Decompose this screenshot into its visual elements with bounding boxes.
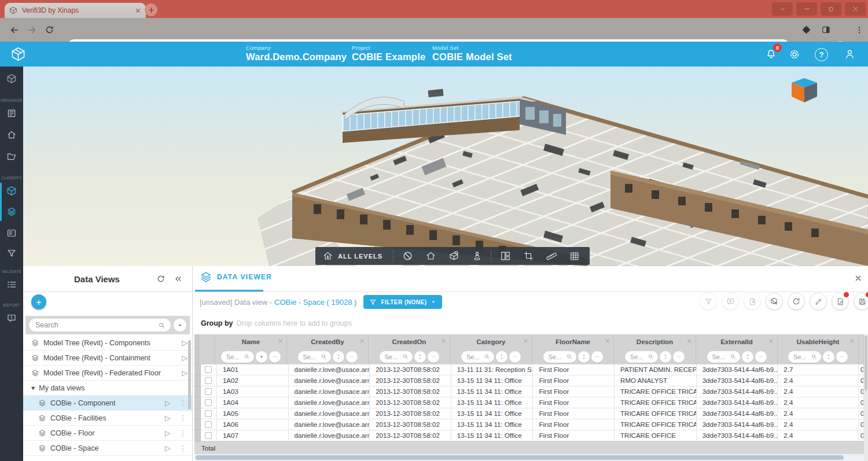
table-row[interactable]: 1A01 danielle.r.love@usace.arm... 2013-1…: [194, 364, 864, 375]
project-value[interactable]: COBIE Example: [352, 51, 425, 62]
search-input[interactable]: [34, 320, 158, 330]
window-close-button[interactable]: [845, 2, 866, 16]
reload-button[interactable]: [41, 21, 58, 39]
play-icon[interactable]: ▷: [165, 414, 171, 422]
edit-pencil-icon[interactable]: [810, 293, 827, 310]
section-box-icon[interactable]: [442, 247, 465, 265]
more-menu-icon[interactable]: ⋮: [179, 444, 187, 452]
refresh-table-icon[interactable]: [788, 293, 805, 310]
row-checkbox[interactable]: [205, 366, 212, 373]
select-in-model-icon[interactable]: [766, 293, 783, 310]
column-more-icon[interactable]: ··: [428, 351, 439, 363]
list-item[interactable]: Model Tree (Revit) - Components ▷: [23, 335, 192, 351]
column-more-icon[interactable]: ··: [346, 351, 358, 363]
filter-action-icon[interactable]: [700, 293, 717, 310]
column-more-icon[interactable]: ··: [269, 351, 281, 363]
export-document-icon[interactable]: [744, 293, 761, 310]
tab-search-button[interactable]: [772, 2, 793, 16]
company-value[interactable]: Ward.Demo.Company: [246, 51, 347, 62]
add-comment-icon[interactable]: [722, 293, 739, 310]
tab-close-icon[interactable]: [135, 8, 141, 14]
column-search-field[interactable]: [788, 351, 821, 363]
row-checkbox[interactable]: [205, 410, 212, 417]
crop-section-icon[interactable]: [517, 247, 540, 265]
row-checkbox[interactable]: [205, 432, 212, 439]
column-search-field[interactable]: [543, 351, 576, 363]
play-icon[interactable]: ▷: [182, 368, 187, 377]
horizontal-scrollbar-thumb[interactable]: [196, 455, 844, 460]
column-header[interactable]: CreatedBy: [287, 334, 369, 349]
forward-button[interactable]: [23, 21, 41, 39]
sort-ascending-icon[interactable]: [256, 351, 267, 363]
table-row[interactable]: 1A06 danielle.r.love@usace.arm... 2013-1…: [194, 419, 864, 430]
sort-toggle-icon[interactable]: [333, 351, 344, 363]
play-icon[interactable]: ▷: [165, 429, 171, 437]
view-name-link[interactable]: COBie - Space ( 19028 ): [274, 298, 356, 307]
list-item[interactable]: COBie - Facilities ▷ ⋮: [23, 411, 192, 426]
back-button[interactable]: [6, 21, 23, 39]
column-header[interactable]: Description: [614, 334, 696, 349]
news-board-icon[interactable]: [6, 108, 17, 119]
window-minimize-button[interactable]: [796, 2, 817, 16]
side-panel-icon[interactable]: [817, 21, 834, 39]
list-item[interactable]: Model Tree (Revit) - Federated Floor ▷: [23, 366, 192, 381]
model-cube-icon[interactable]: [6, 186, 17, 196]
home-icon[interactable]: [6, 130, 17, 140]
remove-column-icon[interactable]: [686, 338, 693, 344]
column-header[interactable]: UsableHeight: [778, 334, 859, 349]
grid-icon[interactable]: [563, 247, 586, 265]
hide-elements-icon[interactable]: [396, 247, 419, 265]
column-search-field[interactable]: [707, 351, 740, 363]
refresh-icon[interactable]: [156, 274, 165, 283]
sort-toggle-icon[interactable]: [496, 351, 507, 363]
settings-gear-icon[interactable]: [788, 48, 801, 61]
collapse-panel-icon[interactable]: [174, 274, 183, 283]
column-search-field[interactable]: [380, 351, 413, 363]
column-more-icon[interactable]: ··: [673, 351, 685, 363]
checklist-icon[interactable]: [6, 279, 17, 290]
play-icon[interactable]: ▷: [182, 353, 187, 362]
collapse-list-button[interactable]: [174, 319, 186, 331]
play-icon[interactable]: ▷: [165, 399, 171, 407]
properties-card-icon[interactable]: [6, 228, 17, 238]
edit-view-icon[interactable]: [832, 293, 849, 310]
table-row[interactable]: 1A04 danielle.r.love@usace.arm... 2013-1…: [194, 397, 864, 408]
layers-icon[interactable]: [6, 206, 17, 217]
viewport-3d[interactable]: ALL LEVELS: [23, 67, 868, 266]
list-item[interactable]: COBie - Space ▷ ⋮: [23, 441, 192, 456]
list-item-selected[interactable]: COBie - Component ▷ ⋮: [23, 396, 192, 411]
more-menu-icon[interactable]: ⋮: [179, 429, 187, 437]
column-header[interactable]: FloorName: [532, 334, 614, 349]
add-data-view-button[interactable]: +: [31, 294, 46, 309]
column-header[interactable]: CreatedOn: [369, 334, 450, 349]
user-account-icon[interactable]: [844, 48, 856, 60]
remove-column-icon[interactable]: [359, 338, 365, 344]
split-view-icon[interactable]: [494, 247, 517, 265]
column-search-field[interactable]: [298, 351, 331, 363]
column-search-field[interactable]: [461, 351, 494, 363]
column-search-field[interactable]: [221, 351, 254, 363]
new-tab-button[interactable]: [145, 3, 157, 16]
filter-funnel-icon[interactable]: [6, 248, 17, 259]
remove-column-icon[interactable]: [604, 338, 610, 344]
help-icon[interactable]: ?: [815, 48, 828, 61]
filter-button[interactable]: FILTER (NONE): [363, 295, 442, 309]
row-checkbox[interactable]: [205, 388, 212, 395]
remove-column-icon[interactable]: [523, 338, 529, 344]
column-more-icon[interactable]: ··: [509, 351, 521, 363]
measure-ruler-icon[interactable]: [540, 247, 563, 265]
more-menu-icon[interactable]: ⋮: [179, 414, 187, 422]
column-search-field[interactable]: [625, 351, 658, 363]
vertical-scrollbar[interactable]: [864, 334, 868, 461]
table-row[interactable]: 1A03 danielle.r.love@usace.arm... 2013-1…: [194, 386, 864, 397]
remove-column-icon[interactable]: [849, 338, 855, 344]
navigation-cube[interactable]: [788, 75, 821, 105]
row-checkbox[interactable]: [205, 421, 212, 428]
browser-tab[interactable]: Verifi3D by Xinaps: [5, 3, 146, 18]
play-icon[interactable]: ▷: [182, 338, 187, 347]
group-by-bar[interactable]: Group by Drop columns here to add to gro…: [194, 312, 868, 334]
sort-toggle-icon[interactable]: [578, 351, 590, 363]
extensions-puzzle-icon[interactable]: [797, 21, 815, 39]
table-row[interactable]: 1A07 danielle.r.love@usace.arm... 2013-1…: [194, 430, 864, 441]
search-field[interactable]: [29, 319, 171, 331]
